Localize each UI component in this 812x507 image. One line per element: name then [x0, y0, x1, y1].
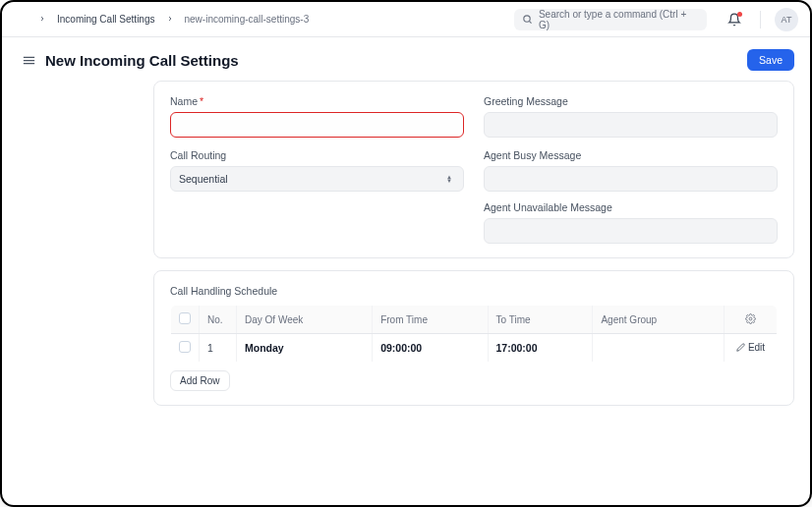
busy-input[interactable] [484, 166, 778, 192]
add-row-button[interactable]: Add Row [170, 370, 230, 391]
top-navbar: Incoming Call Settings new-incoming-call… [2, 2, 810, 37]
schedule-label: Call Handling Schedule [170, 285, 778, 297]
name-input[interactable] [170, 112, 464, 138]
busy-field-group: Agent Busy Message [484, 149, 778, 192]
col-settings[interactable] [725, 306, 778, 334]
cell-no: 1 [200, 334, 237, 363]
edit-row-button[interactable]: Edit [736, 342, 765, 353]
cell-group [593, 334, 725, 363]
pencil-icon [736, 343, 745, 352]
svg-point-5 [749, 317, 752, 320]
unavail-label: Agent Unavailable Message [484, 201, 778, 213]
greeting-field-group: Greeting Message [484, 95, 778, 138]
menu-icon[interactable] [18, 49, 39, 71]
cell-from: 09:00:00 [373, 334, 488, 363]
chevron-right-icon [35, 14, 49, 25]
settings-form-card: Name* Greeting Message Call Routing Sequ… [153, 81, 794, 258]
cell-day: Monday [237, 334, 373, 363]
name-field-group: Name* [170, 95, 464, 138]
breadcrumb-current: new-incoming-call-settings-3 [185, 14, 310, 25]
col-day: Day Of Week [237, 306, 373, 334]
col-to: To Time [488, 306, 593, 334]
routing-select[interactable]: Sequential ▲▼ [170, 166, 464, 192]
avatar[interactable]: AT [775, 8, 798, 31]
routing-value: Sequential [179, 173, 228, 185]
search-input[interactable]: Search or type a command (Ctrl + G) [514, 9, 707, 30]
breadcrumb-parent[interactable]: Incoming Call Settings [57, 14, 155, 25]
greeting-label: Greeting Message [484, 95, 778, 107]
unavail-input[interactable] [484, 218, 778, 244]
required-star: * [200, 95, 203, 107]
col-from: From Time [373, 306, 488, 334]
svg-point-0 [524, 16, 530, 22]
search-placeholder: Search or type a command (Ctrl + G) [539, 9, 699, 30]
cell-to: 17:00:00 [488, 334, 593, 363]
svg-line-1 [530, 22, 532, 24]
chevron-right-icon [163, 14, 177, 25]
schedule-table: No. Day Of Week From Time To Time Agent … [170, 305, 778, 363]
gear-icon [745, 313, 756, 324]
schedule-card: Call Handling Schedule No. Day Of Week F… [153, 270, 794, 406]
routing-field-group: Call Routing Sequential ▲▼ [170, 149, 464, 244]
select-chevrons-icon: ▲▼ [443, 175, 455, 183]
col-no: No. [200, 306, 237, 334]
table-header-row: No. Day Of Week From Time To Time Agent … [171, 306, 778, 334]
divider [760, 11, 761, 28]
col-group: Agent Group [593, 306, 725, 334]
save-button[interactable]: Save [747, 49, 794, 71]
page-header: New Incoming Call Settings Save [2, 37, 810, 81]
table-row[interactable]: 1 Monday 09:00:00 17:00:00 Edit [171, 334, 778, 363]
name-label: Name* [170, 95, 464, 107]
search-icon [522, 14, 533, 25]
row-checkbox[interactable] [179, 341, 191, 353]
page-title: New Incoming Call Settings [45, 52, 747, 69]
busy-label: Agent Busy Message [484, 149, 778, 161]
notification-dot-icon [737, 12, 742, 17]
unavail-field-group: Agent Unavailable Message [484, 201, 778, 244]
greeting-input[interactable] [484, 112, 778, 138]
routing-label: Call Routing [170, 149, 464, 161]
select-all-checkbox[interactable] [179, 312, 191, 324]
notifications-button[interactable] [723, 8, 746, 31]
